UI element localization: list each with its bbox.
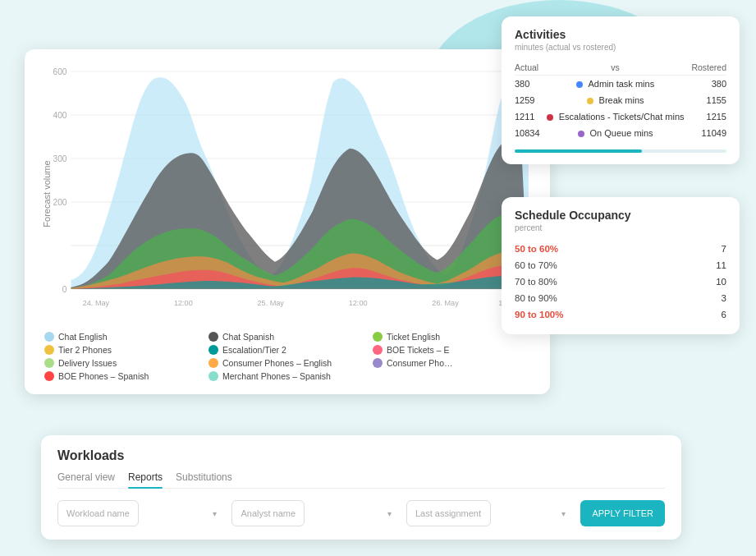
svg-text:24. May: 24. May [83,297,110,306]
svg-text:300: 300 [53,154,67,163]
svg-text:200: 200 [53,197,67,207]
legend-label: Ticket English [387,332,440,342]
occupancy-card: Schedule Occupancy percent 50 to 60% 7 6… [502,197,740,334]
legend-color-dot [44,345,54,355]
occupancy-count: 10 [716,277,726,287]
activity-info: On Queue mins [542,125,690,141]
occupancy-count: 3 [722,293,726,303]
legend-item: Escalation/Tier 2 [208,345,366,355]
activities-card: Activities minutes (actual vs rostered) … [502,16,740,164]
tab-substitutions[interactable]: Substitutions [176,471,232,488]
occupancy-row: 90 to 100% 6 [515,306,726,323]
apply-filter-button[interactable]: APPLY FILTER [580,500,665,526]
table-row: 1259 Break mins 1155 [515,92,726,108]
scroll-indicator [515,149,726,153]
y-axis-label: Forecast volume [42,160,52,227]
occupancy-row: 70 to 80% 10 [515,273,726,290]
svg-text:12:00: 12:00 [174,297,193,306]
chart-area: Forecast volume 600 400 300 200 0 [38,62,537,325]
occupancy-count: 7 [722,244,726,254]
legend-label: Merchant Phones – Spanish [222,371,331,381]
legend-item: Chat Spanish [208,332,366,342]
rostered-value: 1155 [689,92,726,108]
occupancy-row: 80 to 90% 3 [515,290,726,306]
rostered-value: 11049 [689,125,726,141]
col-vs: vs [542,60,690,76]
analyst-select-wrapper: Analyst name [231,500,397,526]
occupancy-range: 90 to 100% [515,310,563,319]
legend-item: BOE Tickets – E [373,345,530,355]
occupancy-range: 70 to 80% [515,277,557,287]
rostered-value: 1215 [689,108,726,125]
workloads-card: Workloads General view Reports Substitut… [41,435,681,540]
svg-text:0: 0 [62,284,67,294]
legend-label: Consumer Pho… [387,358,453,368]
legend-label: Consumer Phones – English [222,358,332,368]
occupancy-title: Schedule Occupancy [515,209,726,222]
activity-label: Admin task mins [588,79,654,89]
chart-svg: 600 400 300 200 0 24. May 12:00 25. May … [38,62,537,325]
assignment-select-wrapper: Last assignment [406,500,572,526]
occupancy-count: 11 [716,260,726,270]
activity-label: Break mins [599,95,644,105]
workloads-title: Workloads [57,448,665,463]
legend-color-dot [44,332,54,342]
actual-value: 1259 [515,92,542,108]
legend-color-dot [208,345,218,355]
legend-label: Delivery Issues [58,358,117,368]
svg-text:26. May: 26. May [432,297,459,306]
activity-dot [587,98,593,104]
analyst-select[interactable]: Analyst name [231,500,305,526]
occupancy-range: 80 to 90% [515,293,557,303]
assignment-select[interactable]: Last assignment [406,500,491,526]
occupancy-range: 60 to 70% [515,260,557,270]
tab-reports[interactable]: Reports [128,471,163,488]
occupancy-range: 50 to 60% [515,244,558,254]
rostered-value: 380 [689,76,726,93]
svg-text:600: 600 [53,67,67,76]
legend-color-dot [208,371,218,381]
actual-value: 1211 [515,108,542,125]
activity-dot [578,131,584,137]
occupancy-count: 6 [722,310,726,319]
occupancy-row: 60 to 70% 11 [515,257,726,273]
legend-item: BOE Phones – Spanish [44,371,202,381]
chart-legend: Chat English Chat Spanish Ticket English… [38,332,537,381]
scroll-thumb[interactable] [515,149,642,153]
occupancy-row: 50 to 60% 7 [515,241,726,257]
legend-item: Tier 2 Phones [44,345,202,355]
table-row: 10834 On Queue mins 11049 [515,125,726,141]
activities-table: Actual vs Rostered 380 Admin task mins 3… [515,60,726,141]
occupancy-subtitle: percent [515,223,726,232]
svg-text:25. May: 25. May [258,297,285,306]
legend-label: Escalation/Tier 2 [222,345,286,355]
svg-text:400: 400 [53,110,67,120]
filters-row: Workload name Analyst name Last assignme… [57,500,665,526]
activity-label: Escalations - Tickets/Chat mins [559,112,685,122]
col-rostered: Rostered [689,60,726,76]
legend-color-dot [44,358,54,368]
activities-title: Activities [515,28,726,41]
activity-info: Break mins [542,92,690,108]
workload-select[interactable]: Workload name [57,500,139,526]
activity-label: On Queue mins [590,128,653,138]
legend-color-dot [208,358,218,368]
legend-color-dot [44,371,54,381]
activity-dot [576,81,583,88]
activities-subtitle: minutes (actual vs rostered) [515,43,726,52]
tab-general-view[interactable]: General view [57,471,115,488]
legend-item: Consumer Pho… [373,358,530,368]
legend-label: Tier 2 Phones [58,345,112,355]
legend-color-dot [373,332,383,342]
actual-value: 380 [515,76,542,93]
legend-label: BOE Phones – Spanish [58,371,149,381]
table-row: 380 Admin task mins 380 [515,76,726,93]
legend-color-dot [373,345,383,355]
svg-text:12:00: 12:00 [349,297,368,306]
col-actual: Actual [515,60,542,76]
activity-dot [547,114,553,121]
legend-label: Chat Spanish [222,332,274,342]
legend-item: Merchant Phones – Spanish [208,371,366,381]
legend-item: Consumer Phones – English [208,358,366,368]
activity-info: Admin task mins [542,76,690,93]
